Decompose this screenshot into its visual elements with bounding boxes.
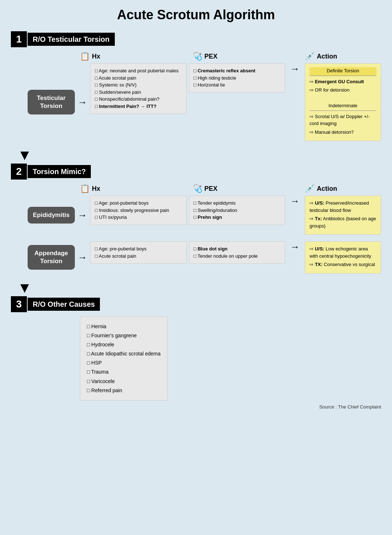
appendage-torsion-pex: Blue dot sign Tender nodule on upper pol… xyxy=(189,241,286,264)
section-1: 1 R/O Testicular Torsion 📋 Hx 🩺 PEX 💉 Ac… xyxy=(11,31,381,141)
pex-header-2: 🩺 PEX xyxy=(193,184,305,193)
testicular-torsion-box: TesticularTorsion xyxy=(28,90,75,114)
section3-number: 3 xyxy=(11,296,27,312)
pex-item: High riding testicle xyxy=(194,75,281,82)
pex-item: Swelling/induration xyxy=(194,207,281,214)
action-label-2: Action xyxy=(317,185,337,193)
hx-header: 📋 Hx xyxy=(80,52,193,61)
hx-icon: 📋 xyxy=(80,52,90,61)
source-text: Source : The Chief Complaint xyxy=(11,404,381,410)
cause-item: Trauma xyxy=(87,367,161,377)
arrow6: → xyxy=(290,241,300,253)
page-title: Acute Scrotum Algorithm xyxy=(11,7,381,23)
pex-icon-2: 🩺 xyxy=(193,184,202,193)
hx-item: Acute scrotal pain xyxy=(95,75,182,82)
pex-item: Blue dot sign xyxy=(194,245,281,253)
action-item: ⇨ Manual detorsion? xyxy=(310,129,376,136)
section3-label: R/O Other Causes xyxy=(28,298,100,311)
action-item: ⇨ TX: Conservative vs surgical xyxy=(310,261,376,268)
action-item: ⇨ Scrotal U/S w/ Doppler +/-cord imaging xyxy=(310,113,376,127)
cause-item: Acute Idiopathic scrotal edema xyxy=(87,349,161,358)
hx-item: Age: post-pubertal boys xyxy=(95,200,182,207)
pex-header: 🩺 PEX xyxy=(193,52,305,61)
epididymitis-action: ⇨ U/S: Preserved/increased testicular bl… xyxy=(305,196,381,235)
cause-item: Hydrocele xyxy=(87,340,161,349)
section2-number: 2 xyxy=(11,164,27,180)
hx-item: Age: pre-pubertal boys xyxy=(95,245,182,253)
section2-label: Torsion Mimic? xyxy=(28,165,91,178)
action-header: 💉 Action xyxy=(305,52,381,61)
section3-header: 3 R/O Other Causes xyxy=(11,296,381,312)
hx-item: UTI sx/pyuria xyxy=(95,214,182,221)
pex-icon: 🩺 xyxy=(193,52,202,61)
hx-item: Acute scrotal pain xyxy=(95,253,182,260)
action-item: ⇨ U/S: Low echogenic area with central h… xyxy=(310,245,376,260)
section1-number: 1 xyxy=(11,31,27,47)
action-item: ⇨ Tx: Antibiotics (based on age groups) xyxy=(310,215,376,229)
pex-label-2: PEX xyxy=(205,185,218,193)
testicular-torsion-hx: Age: neonate and post pubertal males Acu… xyxy=(90,63,187,114)
pex-item: Tender epididymis xyxy=(194,200,281,207)
pex-item: Horizontal lie xyxy=(194,81,281,89)
hx-item: Age: neonate and post pubertal males xyxy=(95,67,182,75)
section1-header: 1 R/O Testicular Torsion xyxy=(11,31,381,47)
cause-item: Varicocele xyxy=(87,377,161,386)
pex-item: Tender nodule on upper pole xyxy=(194,253,281,260)
section-2: 2 Torsion Mimic? 📋 Hx 🩺 PEX 💉 Action Epi… xyxy=(11,164,381,274)
pex-item: Prehn sign xyxy=(194,214,281,221)
hx-item: Insidious: slowly progressive pain xyxy=(95,207,182,214)
hx-item-bold: Intermittent Pain? → ITT? xyxy=(95,103,182,110)
action-icon-2: 💉 xyxy=(305,184,315,193)
hx-item: Nonspecific/abdominal pain? xyxy=(95,96,182,103)
arrow2: → xyxy=(290,63,300,75)
section2-header: 2 Torsion Mimic? xyxy=(11,164,381,180)
epididymitis-box: Epididymitis xyxy=(28,207,75,224)
cause-item: Fournier's gangrene xyxy=(87,331,161,340)
action-item: ⇨ U/S: Preserved/increased testicular bl… xyxy=(310,200,376,214)
epididymitis-pex: Tender epididymis Swelling/induration Pr… xyxy=(189,196,286,225)
hx-item: Sudden/severe pain xyxy=(95,89,182,96)
appendage-torsion-hx: Age: pre-pubertal boys Acute scrotal pai… xyxy=(90,241,187,264)
epididymitis-row: Epididymitis → Age: post-pubertal boys I… xyxy=(11,196,381,235)
action-icon: 💉 xyxy=(305,52,315,61)
hx-item: Systemic sx (N/V) xyxy=(95,81,182,89)
appendage-torsion-action: ⇨ U/S: Low echogenic area with central h… xyxy=(305,241,381,274)
appendage-torsion-box: AppendageTorsion xyxy=(28,245,75,270)
section-3: 3 R/O Other Causes Hernia Fournier's gan… xyxy=(11,296,381,410)
arrow3: → xyxy=(78,210,87,221)
testicular-torsion-pex: Cremasteric reflex absent High riding te… xyxy=(189,63,286,93)
action-item: ⇨ Emergent GU Consult xyxy=(310,78,376,85)
hx-label: Hx xyxy=(92,53,100,60)
section1-col-headers: 📋 Hx 🩺 PEX 💉 Action xyxy=(80,52,381,61)
arrow1: → xyxy=(78,97,87,108)
cause-item: Referred pain xyxy=(87,386,161,395)
cause-item: Hernia xyxy=(87,322,161,331)
epididymitis-hx: Age: post-pubertal boys Insidious: slowl… xyxy=(90,196,187,225)
appendage-torsion-row: AppendageTorsion → Age: pre-pubertal boy… xyxy=(11,241,381,274)
hx-header-2: 📋 Hx xyxy=(80,184,193,193)
testicular-torsion-row: TesticularTorsion → Age: neonate and pos… xyxy=(11,63,381,141)
section1-label: R/O Testicular Torsion xyxy=(28,33,115,46)
section-arrow-1: ▼ xyxy=(17,148,381,162)
arrow4: → xyxy=(290,196,300,207)
testicular-torsion-action: Definite Torsion ⇨ Emergent GU Consult ⇨… xyxy=(305,63,381,141)
arrow5: → xyxy=(78,252,87,263)
indeterminate-label: Indeterminate xyxy=(310,102,376,111)
section2-col-headers: 📋 Hx 🩺 PEX 💉 Action xyxy=(80,184,381,193)
action-item: ⇨ OR for detorsion xyxy=(310,87,376,94)
hx-icon-2: 📋 xyxy=(80,184,90,193)
hx-label-2: Hx xyxy=(92,185,100,193)
pex-label: PEX xyxy=(205,53,218,60)
action-label: Action xyxy=(317,53,337,60)
other-causes-box: Hernia Fournier's gangrene Hydrocele Acu… xyxy=(80,317,167,401)
section-arrow-2: ▼ xyxy=(17,280,381,295)
cause-item: HSP xyxy=(87,358,161,367)
pex-item: Cremasteric reflex absent xyxy=(194,67,281,75)
definite-torsion-label: Definite Torsion xyxy=(310,67,376,76)
action-header-2: 💉 Action xyxy=(305,184,381,193)
